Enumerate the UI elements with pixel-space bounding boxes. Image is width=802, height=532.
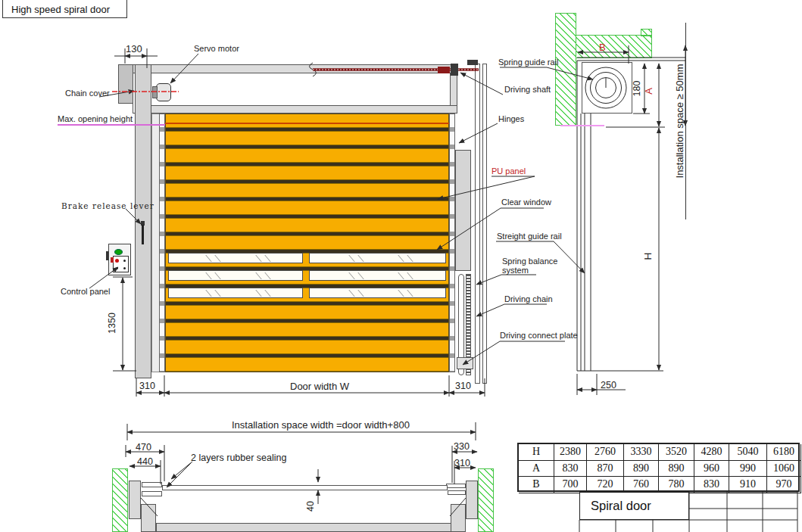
right-rail-profile <box>466 481 478 519</box>
control-button <box>116 267 118 269</box>
table-cell: 5040 <box>729 444 767 461</box>
label-driving-connect-plate: Driving connect plate <box>500 331 578 340</box>
clear-window-pane <box>168 288 303 298</box>
left-rail-profile <box>129 481 141 519</box>
dim-250: 250 <box>601 380 616 390</box>
table-row-label: A <box>519 461 554 478</box>
label-brake-release-lever: Brake release lever <box>61 201 154 210</box>
hinge-strip-right <box>449 114 455 372</box>
dim-180: 180 <box>632 77 642 100</box>
servo-motor-cap <box>152 86 158 98</box>
label-servo-motor: Servo motor <box>194 44 239 53</box>
drawing-title-box: High speed spiral door <box>2 0 127 18</box>
outer-rail-1 <box>475 64 480 384</box>
left-rail-column <box>141 504 156 532</box>
floor-beam-section <box>156 523 451 532</box>
rubber-seal-right-upper <box>446 484 466 488</box>
header-right-strip <box>450 73 457 106</box>
wall-hatch-notch <box>641 29 652 36</box>
dim-h: H <box>642 245 654 268</box>
label-driving-chain: Driving chain <box>504 294 553 303</box>
wall-hatch-left <box>112 468 128 532</box>
label-max-opening-height: Max. opening height <box>58 114 133 123</box>
label-spring-guide-rail: Spring guide rail <box>498 58 559 67</box>
dim-a: A <box>643 82 654 101</box>
table-cell: 910 <box>729 477 767 493</box>
dim-installation-space: Installation space ≥ 50mm <box>674 23 686 219</box>
label-streight-guide-rail: Streight guide rail <box>497 232 562 241</box>
table-cell: 3520 <box>659 444 694 461</box>
wall-hatch-right <box>478 468 494 532</box>
rubber-seal-right-lower <box>448 490 466 495</box>
clear-window-pane <box>168 253 303 263</box>
table-row-label: B <box>519 477 554 493</box>
dim-310-right: 310 <box>455 381 471 391</box>
control-button-pad <box>113 256 129 272</box>
drawing-title: High speed spiral door <box>11 4 110 15</box>
driving-connect-plate-part <box>457 357 473 369</box>
brake-release-lever-bar <box>142 225 144 244</box>
dim-installation-width: Installation space width =door width+800 <box>232 419 410 431</box>
right-rail-column <box>451 504 466 532</box>
label-rubber-sealing: 2 layers rubber sealing <box>191 453 286 463</box>
dim-330: 330 <box>454 441 470 452</box>
table-cell: 3330 <box>624 444 659 461</box>
table-cell: 890 <box>659 461 694 478</box>
wall-hatch-vertical <box>555 13 576 126</box>
straight-guide-cover <box>455 150 471 271</box>
title-block-product-name: Spiral door <box>579 492 689 520</box>
clear-window-pane <box>168 270 303 281</box>
label-control-panel: Control panel <box>61 287 110 296</box>
dim-1350: 1350 <box>107 308 117 338</box>
dim-310-left: 310 <box>139 381 155 391</box>
table-cell: 780 <box>659 477 694 493</box>
rubber-seal-upper <box>142 482 162 487</box>
dim-440: 440 <box>137 456 153 467</box>
door-curtain-pu-panels <box>165 114 449 372</box>
clear-window-pane <box>309 288 446 298</box>
dim-310-bottom: 310 <box>454 458 470 468</box>
label-spring-balance-system: Spring balance system <box>502 257 564 275</box>
servo-motor-body <box>156 83 171 101</box>
table-cell: 1060 <box>767 461 801 478</box>
table-cell: 4280 <box>694 444 729 461</box>
dim-40: 40 <box>305 495 316 518</box>
table-cell: 720 <box>587 477 624 493</box>
table-cell: 6180 <box>767 444 801 461</box>
wall-hatch-lintel <box>576 35 652 58</box>
control-button <box>123 267 126 269</box>
table-cell: 830 <box>554 461 587 478</box>
dim-b: B <box>599 42 606 53</box>
table-cell: 960 <box>694 461 729 478</box>
dim-470: 470 <box>136 442 151 453</box>
table-cell: 990 <box>729 461 767 478</box>
dim-door-width: Door width W <box>290 381 349 392</box>
dim-130: 130 <box>126 43 142 54</box>
table-cell: 2380 <box>554 444 587 461</box>
spiral-housing <box>582 62 632 114</box>
label-driving-shaft: Driving shaft <box>504 85 551 94</box>
outer-rail-2 <box>482 64 487 384</box>
control-button <box>123 260 126 262</box>
spec-table: H 2380 2760 3330 3520 4280 5040 6180 A 8… <box>517 443 800 492</box>
table-cell: 870 <box>587 461 624 478</box>
header-bottom-band <box>149 105 457 114</box>
table-cell: 970 <box>767 477 801 493</box>
table-cell: 700 <box>554 477 587 493</box>
table-row-label: H <box>519 444 554 461</box>
emergency-tab <box>111 257 114 263</box>
hinge-strip-left <box>159 114 165 372</box>
clear-window-pane <box>309 270 446 281</box>
product-name: Spiral door <box>591 499 651 513</box>
technical-drawing-canvas: High speed spiral door <box>0 0 802 532</box>
label-pu-panel: PU panel <box>491 166 526 176</box>
table-cell: 2760 <box>587 444 624 461</box>
table-cell: 830 <box>694 477 729 493</box>
label-hinges: Hinges <box>498 114 524 123</box>
door-panel-section <box>162 485 448 490</box>
label-chain-cover: Chain cover <box>65 89 110 98</box>
header-top-band <box>133 64 457 73</box>
clear-window-pane <box>309 253 446 263</box>
power-indicator-light <box>114 249 123 255</box>
table-cell: 760 <box>624 477 659 493</box>
